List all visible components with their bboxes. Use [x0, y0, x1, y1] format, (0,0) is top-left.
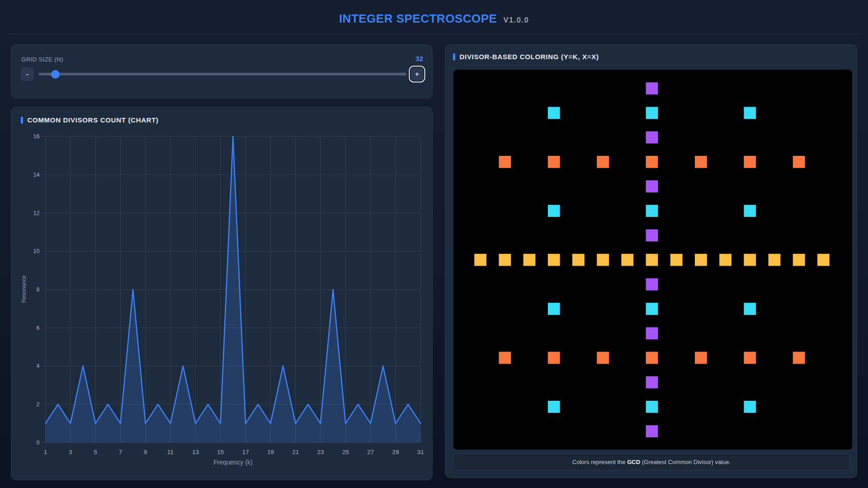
svg-text:12: 12	[33, 210, 40, 216]
svg-text:7: 7	[119, 449, 123, 455]
svg-text:0: 0	[37, 440, 40, 446]
svg-text:15: 15	[217, 449, 224, 455]
svg-text:9: 9	[144, 449, 147, 455]
svg-text:8: 8	[37, 286, 40, 293]
svg-text:23: 23	[317, 449, 324, 455]
svg-text:6: 6	[37, 325, 40, 331]
svg-text:11: 11	[167, 449, 174, 455]
svg-text:3: 3	[69, 449, 72, 455]
svg-text:4: 4	[37, 363, 40, 369]
svg-text:5: 5	[94, 449, 97, 455]
svg-text:Frequency (k): Frequency (k)	[213, 459, 252, 466]
svg-text:29: 29	[392, 449, 399, 455]
svg-text:16: 16	[33, 133, 40, 140]
svg-text:21: 21	[292, 449, 299, 455]
svg-text:27: 27	[367, 449, 374, 455]
svg-text:1: 1	[44, 449, 47, 455]
svg-text:31: 31	[417, 449, 424, 455]
svg-text:25: 25	[342, 449, 349, 455]
svg-text:19: 19	[267, 449, 274, 455]
svg-text:2: 2	[37, 401, 40, 408]
svg-text:13: 13	[192, 449, 199, 455]
svg-text:14: 14	[33, 172, 40, 178]
svg-text:17: 17	[242, 449, 249, 455]
svg-text:10: 10	[33, 248, 40, 254]
svg-text:Resonance: Resonance	[21, 275, 27, 303]
